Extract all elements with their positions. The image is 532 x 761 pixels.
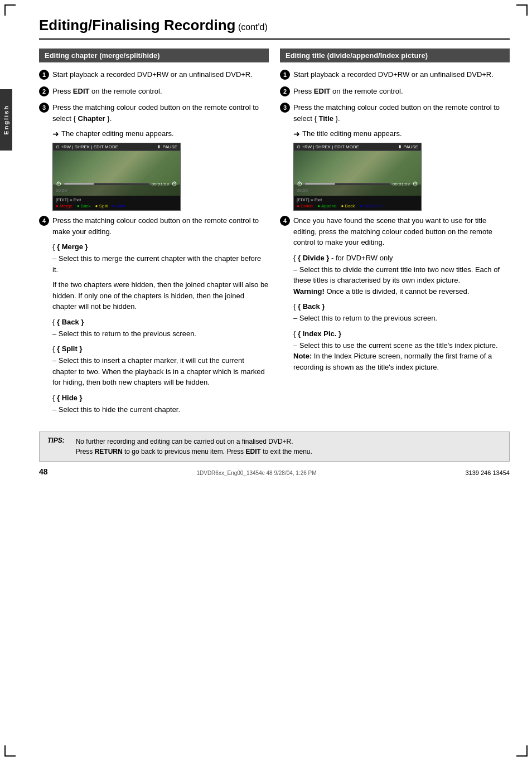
tips-text: No further recording and editing can be … (76, 437, 312, 457)
back-title-1: { { Back } (52, 318, 269, 326)
page-footer: 48 1DVDR6xx_Eng00_13454c 48 9/28/04, 1:2… (39, 467, 510, 476)
left-step4-text: Press the matching colour coded button o… (52, 215, 269, 237)
content-columns: Editing chapter (merge/split/hide) 1 Sta… (39, 49, 510, 420)
merge-title: { { Merge } (52, 243, 269, 251)
merge-btn: ● Merge (56, 203, 72, 209)
page-number: 48 (39, 467, 48, 476)
split-desc: – Select this to insert a chapter marker… (52, 355, 269, 388)
left-step3-arrow: ➜ The chapter editing menu appears. (52, 129, 269, 138)
back-btn-2: ● Back (341, 203, 355, 209)
merge-section: { { Merge } – Select this to merge the c… (52, 243, 269, 312)
right-step4-text: Once you have found the scene that you w… (293, 215, 510, 248)
dvd-screen1-image: ⚙ 00:01:03 ⚙ 00:00 (53, 151, 180, 196)
step-num-3: 3 (39, 103, 49, 113)
progress-bar-1 (64, 183, 149, 185)
dvd-screen2-image: ⚙ 00:01:03 ⚙ 00:00 (294, 151, 421, 196)
hide-section: { { Hide } – Select this to hide the cur… (52, 394, 269, 415)
split-btn: ● Split (95, 203, 108, 209)
split-section: { { Split } – Select this to insert a ch… (52, 345, 269, 388)
right-step-num-2: 2 (280, 86, 290, 96)
right-step-2: 2 Press EDIT on the remote control. (280, 86, 510, 97)
page-title: Editing/Finalising Recording (cont'd) (39, 17, 510, 40)
left-step-1: 1 Start playback a recorded DVD+RW or an… (39, 69, 269, 80)
right-step-4: 4 Once you have found the scene that you… (280, 215, 510, 248)
merge-extra: If the two chapters were hidden, then th… (52, 279, 269, 312)
back-desc-2: – Select this to return to the previous … (293, 313, 510, 324)
back-section-1: { { Back } – Select this to return to th… (52, 318, 269, 340)
right-step2-text: Press EDIT on the remote control. (293, 86, 403, 97)
back-desc-1: – Select this to return to the previous … (52, 328, 269, 340)
step-num-1: 1 (39, 70, 49, 80)
dvd-screen-2: ⊙ +RW | SHREK | EDIT MODE ⏸ PAUSE ⚙ 00:0… (293, 143, 422, 211)
right-section-header: Editing title (divide/append/Index pictu… (280, 49, 510, 62)
dvd-screen1-controls: [EDIT] = Exit ● Merge ● Back ● Split ● H… (53, 196, 180, 210)
left-step-3: 3 Press the matching colour coded button… (39, 102, 269, 124)
dvd-screen2-top: ⊙ +RW | SHREK | EDIT MODE ⏸ PAUSE (294, 143, 421, 151)
tips-label: TIPS: (47, 437, 65, 457)
back-btn-1: ● Back (77, 203, 91, 209)
title-suffix: (cont'd) (235, 22, 267, 32)
right-step3-text: Press the matching colour coded button o… (293, 102, 510, 124)
footer-right: 3139 246 13454 (465, 469, 510, 476)
tips-bar: TIPS: No further recording and editing c… (39, 432, 510, 462)
left-step2-text: Press EDIT on the remote control. (52, 86, 162, 97)
hide-desc: – Select this to hide the current chapte… (52, 404, 269, 415)
left-section-header: Editing chapter (merge/split/hide) (39, 49, 269, 62)
right-column: Editing title (divide/append/Index pictu… (280, 49, 510, 420)
right-step-num-1: 1 (280, 70, 290, 80)
right-step-3: 3 Press the matching colour coded button… (280, 102, 510, 124)
dvd-screen-1: ⊙ +RW | SHREK | EDIT MODE ⏸ PAUSE ⚙ 00:0… (52, 143, 181, 211)
right-step1-text: Start playback a recorded DVD+RW or an u… (293, 69, 494, 80)
right-step3-arrow: ➜ The title editing menu appears. (293, 129, 510, 138)
progress-bar-2 (305, 183, 390, 185)
divide-section: { { Divide } - for DVD+RW only – Select … (293, 254, 510, 297)
dvd-screen1-top: ⊙ +RW | SHREK | EDIT MODE ⏸ PAUSE (53, 143, 180, 151)
indexpic-desc: – Select this to use the current scene a… (293, 340, 510, 373)
indexpic-section: { { Index Pic. } – Select this to use th… (293, 329, 510, 373)
left-step3-text: Press the matching colour coded button o… (52, 102, 269, 124)
merge-desc: – Select this to merge the current chapt… (52, 253, 269, 275)
indexpic-btn: ● Index Pic. (359, 203, 383, 209)
left-step1-text: Start playback a recorded DVD+RW or an u… (52, 69, 253, 80)
divide-desc: – Select this to divide the current titl… (293, 264, 510, 297)
step-num-2: 2 (39, 86, 49, 96)
left-step-4: 4 Press the matching colour coded button… (39, 215, 269, 237)
hide-btn: ● Hide (112, 203, 125, 209)
indexpic-title: { { Index Pic. } (293, 329, 510, 338)
hide-title: { { Hide } (52, 394, 269, 402)
back-title-2: { { Back } (293, 302, 510, 311)
divide-title: { { Divide } - for DVD+RW only (293, 254, 510, 262)
split-title: { { Split } (52, 345, 269, 353)
footer-center: 1DVDR6xx_Eng00_13454c 48 9/28/04, 1:26 P… (196, 470, 316, 476)
back-section-2: { { Back } – Select this to return to th… (293, 302, 510, 324)
left-step-2: 2 Press EDIT on the remote control. (39, 86, 269, 97)
step-num-4: 4 (39, 216, 49, 226)
dvd-screen2-controls: [EDIT] = Exit ● Divide ● Append ● Back ●… (294, 196, 421, 210)
right-step-1: 1 Start playback a recorded DVD+RW or an… (280, 69, 510, 80)
left-column: Editing chapter (merge/split/hide) 1 Sta… (39, 49, 269, 420)
title-bold: Editing/Finalising Recording (39, 17, 235, 33)
right-step-num-4: 4 (280, 216, 290, 226)
right-step-num-3: 3 (280, 103, 290, 113)
divide-btn: ● Divide (297, 203, 313, 209)
append-btn: ● Append (317, 203, 336, 209)
